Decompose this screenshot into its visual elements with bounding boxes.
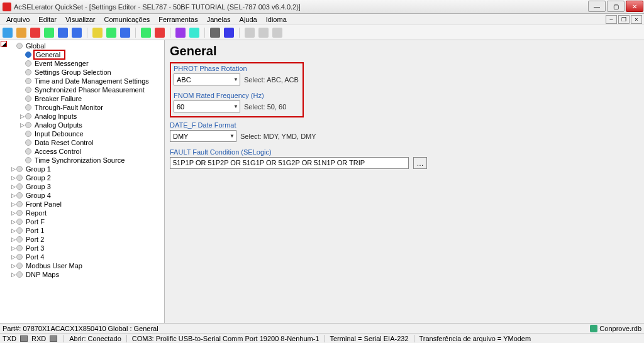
tree-item[interactable]: Breaker Failure (1, 94, 163, 103)
datef-hint: Select: MDY, YMD, DMY (240, 133, 316, 140)
tree-item[interactable]: ▷Group 2 (1, 173, 163, 182)
expand-icon[interactable]: ▷ (10, 166, 16, 172)
mdi-close[interactable]: × (631, 15, 642, 24)
toolbar-icon-13[interactable] (189, 28, 199, 38)
toolbar-icon-11[interactable] (155, 28, 165, 38)
tree-item[interactable]: ▷Group 4 (1, 191, 163, 200)
tree-item[interactable]: General (1, 50, 163, 59)
phrot-combo[interactable]: ABC ▼ (174, 74, 240, 85)
expand-icon[interactable]: ▷ (10, 236, 16, 242)
tree-item[interactable]: ▷Report (1, 209, 163, 217)
mdi-minimize[interactable]: – (606, 15, 617, 24)
toolbar-icon-3[interactable] (30, 28, 40, 38)
rxd-label: RXD (31, 335, 46, 342)
fnom-combo[interactable]: 60 ▼ (174, 101, 240, 112)
expand-icon[interactable]: ▷ (10, 183, 16, 190)
node-icon (25, 157, 31, 163)
menu-comunicacoes[interactable]: Comunicações (101, 15, 154, 24)
tree-item[interactable]: Time Synchronization Source (1, 156, 163, 165)
toolbar-icon-12[interactable] (175, 28, 186, 38)
tree-item[interactable]: Synchronized Phasor Measurement (1, 85, 163, 94)
tree-item[interactable]: ▷Group 1 (1, 165, 163, 173)
tree-item-label: Front Panel (25, 200, 63, 208)
expand-icon[interactable]: ▷ (10, 192, 16, 199)
tree-panel[interactable]: ◢ GlobalGeneralEvent MessengerSettings G… (0, 40, 165, 323)
toolbar-icon-9[interactable] (120, 28, 130, 38)
expand-icon[interactable]: ▷ (10, 254, 16, 260)
tree-item[interactable]: Global (1, 41, 163, 50)
fault-input[interactable]: 51P1P OR 51P2P OR 51G1P OR 51G2P OR 51N1… (170, 157, 409, 169)
expand-icon[interactable]: ▷ (10, 219, 16, 225)
expand-icon[interactable]: ▷ (10, 210, 16, 216)
content-panel: General PHROT Phase Rotation ABC ▼ Selec… (165, 40, 644, 323)
datef-combo[interactable]: DMY ▼ (170, 130, 236, 142)
tree-item-label: Time and Date Management Settings (33, 77, 150, 85)
chevron-down-icon: ▼ (230, 133, 235, 139)
expand-icon[interactable]: ▷ (10, 175, 16, 181)
toolbar-icon-1[interactable] (3, 28, 13, 38)
tree-item[interactable]: ▷Modbus User Map (1, 261, 163, 270)
tree-item[interactable]: Access Control (1, 147, 163, 156)
node-icon (16, 245, 23, 251)
toolbar-icon-6[interactable] (72, 28, 82, 38)
phrot-value: ABC (177, 76, 191, 84)
expand-icon[interactable]: ▷ (10, 201, 16, 207)
tree-item[interactable]: ▷Front Panel (1, 200, 163, 209)
toolbar-icon-8[interactable] (106, 28, 116, 38)
menu-ferramentas[interactable]: Ferramentas (155, 15, 201, 24)
tree-item[interactable]: Data Reset Control (1, 138, 163, 147)
tree-item[interactable]: ▷Port 1 (1, 226, 163, 235)
toolbar-icon-7[interactable] (92, 28, 103, 38)
toolbar-icon-15[interactable] (224, 28, 234, 38)
conprove-icon (590, 325, 597, 332)
tree-item[interactable]: ▷Analog Inputs (1, 112, 163, 121)
tree-item[interactable]: Through-Fault Monitor (1, 103, 163, 112)
expand-icon[interactable]: ▷ (10, 245, 16, 251)
tree-item[interactable]: Input Debounce (1, 129, 163, 138)
menu-arquivo[interactable]: Arquivo (3, 15, 33, 24)
expand-icon[interactable]: ▷ (10, 227, 16, 234)
tree-collapse-icon[interactable]: ◢ (1, 41, 7, 47)
node-icon (25, 87, 31, 93)
tree-item-label: Modbus User Map (25, 262, 84, 270)
menu-idioma[interactable]: Idioma (262, 15, 291, 24)
page-heading: General (170, 44, 639, 58)
tree-item[interactable]: ▷Port F (1, 217, 163, 226)
node-icon (16, 236, 23, 242)
tree-item[interactable]: Time and Date Management Settings (1, 77, 163, 85)
toolbar-icon-17[interactable] (258, 28, 269, 38)
phrot-hint: Select: ABC, ACB (244, 76, 299, 84)
expand-icon[interactable]: ▷ (19, 122, 25, 128)
mdi-restore[interactable]: ❐ (618, 15, 630, 24)
expand-icon[interactable]: ▷ (19, 113, 25, 119)
node-icon (16, 210, 23, 216)
expand-icon[interactable]: ▷ (10, 271, 16, 278)
toolbar-icon-18[interactable] (272, 28, 282, 38)
toolbar-icon-2[interactable] (16, 28, 26, 38)
node-icon (16, 271, 23, 278)
toolbar-icon-10[interactable] (141, 28, 151, 38)
tree-item[interactable]: ▷Port 2 (1, 235, 163, 244)
expand-icon[interactable]: ▷ (10, 263, 16, 269)
tree-item[interactable]: ▷Analog Outputs (1, 121, 163, 129)
fault-ellipsis-button[interactable]: … (413, 157, 427, 169)
toolbar-icon-14[interactable] (210, 28, 220, 38)
tree-item[interactable]: ▷Group 3 (1, 182, 163, 191)
toolbar-icon-5[interactable] (58, 28, 68, 38)
menu-editar[interactable]: Editar (35, 15, 60, 24)
minimize-button[interactable]: — (588, 1, 606, 12)
tree-item[interactable]: Settings Group Selection (1, 68, 163, 77)
toolbar-icon-16[interactable] (245, 28, 255, 38)
tree-item[interactable]: Event Messenger (1, 59, 163, 68)
toolbar-sep-2 (135, 28, 136, 38)
tree-item[interactable]: ▷Port 4 (1, 253, 163, 261)
menu-janelas[interactable]: Janelas (203, 15, 235, 24)
toolbar-icon-4[interactable] (44, 28, 54, 38)
maximize-button[interactable]: ▢ (607, 1, 625, 12)
tree-item[interactable]: ▷Port 3 (1, 244, 163, 253)
tree-item[interactable]: ▷DNP Maps (1, 270, 163, 279)
menu-visualizar[interactable]: Visualizar (62, 15, 99, 24)
status-transfer: Transferência de arquivo = YModem (419, 335, 531, 342)
close-button[interactable]: ✕ (626, 1, 643, 12)
menu-ajuda[interactable]: Ajuda (236, 15, 261, 24)
